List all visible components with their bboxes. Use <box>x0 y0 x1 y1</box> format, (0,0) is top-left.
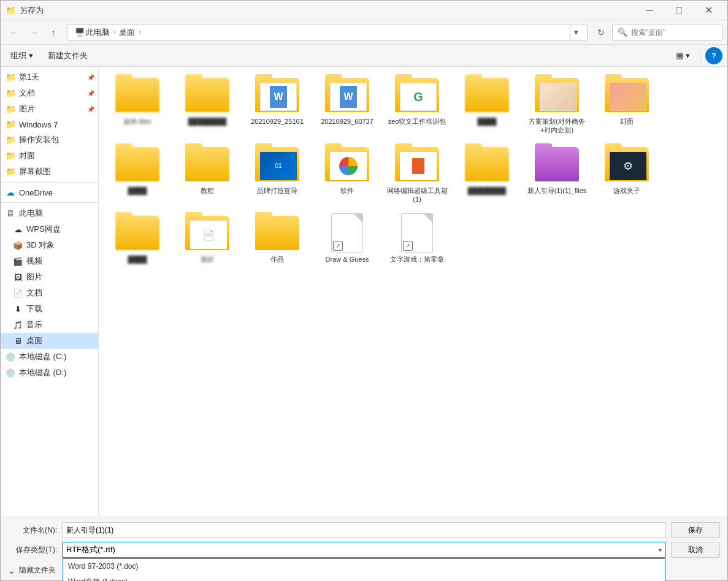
sidebar-item-documents[interactable]: 📄 文档 <box>1 285 98 301</box>
sidebar-item-cdrive[interactable]: 💿 本地磁盘 (C:) <box>1 349 98 365</box>
folder-icon: 📁 <box>6 120 15 129</box>
list-item[interactable]: W 20210929_60737 <box>313 72 381 139</box>
list-item[interactable]: ████ <box>104 141 171 208</box>
bottom-bar: 文件名(N): 保存 保存类型(T): RTF格式(*.rtf) ▾ Word … <box>1 517 727 580</box>
organize-button[interactable]: 组织 ▾ <box>6 48 38 64</box>
search-box[interactable]: 🔍 <box>612 24 722 41</box>
list-item[interactable]: 01 品牌打造宣导 <box>243 141 311 208</box>
list-item[interactable]: W 20210929_25161 <box>243 72 311 139</box>
sidebar-item-docs[interactable]: 📁 文档 📌 <box>1 85 98 101</box>
file-label: 软件 <box>340 186 354 195</box>
main-content: 📁 第1天 📌 📁 文档 📌 📁 图片 📌 📁 Windows 7 📁 操作安装 <box>1 67 727 517</box>
sidebar-item-thispc[interactable]: 🖥 此电脑 <box>1 205 98 221</box>
sidebar-item-day1[interactable]: 📁 第1天 📌 <box>1 69 98 85</box>
chevron-down-icon[interactable]: ⌄ <box>8 566 15 575</box>
sidebar-item-screenshots[interactable]: 📁 屏幕截图 <box>1 164 98 180</box>
title-bar: 📁 另存为 ─ □ ✕ <box>1 1 727 20</box>
file-label: ████ <box>477 117 496 126</box>
forward-button[interactable]: → <box>25 24 42 41</box>
list-item[interactable]: 新人引导(1)(1)_files <box>523 141 591 208</box>
maximize-button[interactable]: □ <box>665 1 693 20</box>
file-label: 网络编辑超级工具箱(1) <box>386 186 448 204</box>
sidebar-item-onedrive[interactable]: ☁ OneDrive <box>1 185 98 200</box>
minimize-button[interactable]: ─ <box>635 1 664 20</box>
sidebar-item-images[interactable]: 📁 图片 📌 <box>1 101 98 117</box>
filetype-dropdown[interactable]: RTF格式(*.rtf) ▾ Word 97-2003 (*.doc) Word… <box>62 542 666 558</box>
view-button[interactable]: ▦ ▾ <box>671 48 695 63</box>
dropdown-item[interactable]: Word文档 (*.docx) <box>63 574 665 581</box>
cancel-button[interactable]: 取消 <box>671 542 720 558</box>
file-label: ████████ <box>468 186 506 195</box>
list-item[interactable]: ↗ Draw & Guess <box>313 210 381 267</box>
sidebar-item-3d[interactable]: 📦 3D 对象 <box>1 237 98 253</box>
sidebar-item-ddrive[interactable]: 💿 本地磁盘 (D:) <box>1 365 98 381</box>
sidebar-label: 操作安装包 <box>19 134 59 145</box>
sidebar-item-cover[interactable]: 📁 封面 <box>1 148 98 164</box>
title-bar-controls: ─ □ ✕ <box>635 1 722 20</box>
sidebar-item-downloads[interactable]: ⬇ 下载 <box>1 301 98 317</box>
address-dropdown-button[interactable]: ▾ <box>570 25 582 40</box>
list-item[interactable]: 软件 <box>313 141 381 208</box>
pin-icon[interactable]: 📌 <box>87 106 94 113</box>
file-thumb <box>465 75 509 115</box>
sidebar-item-win7[interactable]: 📁 Windows 7 <box>1 117 98 132</box>
up-button[interactable]: ↑ <box>45 24 62 41</box>
sidebar-item-music[interactable]: 🎵 音乐 <box>1 317 98 333</box>
file-label: seo软文工作培训包 <box>388 117 446 126</box>
list-item[interactable]: ↗ 文字游戏：第零章 <box>383 210 451 267</box>
dropdown-item[interactable]: Word 97-2003 (*.doc) <box>63 559 665 574</box>
save-button[interactable]: 保存 <box>671 522 720 538</box>
file-thumb <box>255 213 299 253</box>
sidebar-item-desktop[interactable]: 🖥 桌面 <box>1 333 98 349</box>
list-item[interactable]: 📄 喜好 <box>174 210 241 267</box>
file-thumb <box>325 145 369 184</box>
drive-icon-2: 💿 <box>6 368 15 378</box>
sidebar-item-wps[interactable]: ☁ WPS网盘 <box>1 221 98 237</box>
sidebar-label: 封面 <box>19 150 35 161</box>
pin-icon[interactable]: 📌 <box>87 90 94 97</box>
list-item[interactable]: ████████ <box>174 72 241 139</box>
file-thumb <box>185 145 229 184</box>
drive-icon: 💿 <box>6 352 15 362</box>
list-item[interactable]: ⚙ 游戏夹子 <box>593 141 661 208</box>
address-segment-desktop[interactable]: 桌面 <box>117 26 137 39</box>
list-item[interactable]: 作品 <box>243 210 311 267</box>
sidebar-item-videos[interactable]: 🎬 视频 <box>1 253 98 269</box>
refresh-button[interactable]: ↻ <box>592 24 610 41</box>
search-input[interactable] <box>631 28 723 37</box>
list-item[interactable]: ████ <box>453 72 521 139</box>
back-button[interactable]: ← <box>6 24 23 41</box>
help-button[interactable]: ? <box>705 47 722 64</box>
list-item[interactable]: 网络编辑超级工具箱(1) <box>383 141 451 208</box>
list-item[interactable]: 方案策划(对外商务+对内企划) <box>523 72 591 139</box>
dialog-title: 另存为 <box>20 5 44 16</box>
sidebar-label: 本地磁盘 (C:) <box>19 351 66 362</box>
sidebar-label: 此电脑 <box>19 208 43 219</box>
close-button[interactable]: ✕ <box>694 1 722 20</box>
file-label: 新人引导(1)(1)_files <box>527 186 587 195</box>
new-folder-button[interactable]: 新建文件夹 <box>43 48 93 64</box>
file-label: 游戏夹子 <box>613 186 640 195</box>
file-label: ████ <box>128 255 147 264</box>
list-item[interactable]: 教程 <box>174 141 241 208</box>
list-item[interactable]: G seo软文工作培训包 <box>383 72 451 139</box>
list-item[interactable]: ████ <box>104 210 171 267</box>
folder-icon: 📁 <box>6 72 15 82</box>
address-segment-pc[interactable]: 🖥️ 此电脑 <box>72 26 112 39</box>
address-toolbar: ← → ↑ 🖥️ 此电脑 › 桌面 › ▾ ↻ 🔍 <box>1 20 727 45</box>
list-item[interactable]: 封面 <box>593 72 661 139</box>
sidebar-item-pictures[interactable]: 🖼 图片 <box>1 269 98 285</box>
folder-icon: 📁 <box>6 104 15 114</box>
file-thumb <box>465 145 509 184</box>
sidebar-item-installs[interactable]: 📁 操作安装包 <box>1 132 98 148</box>
onedrive-icon: ☁ <box>6 188 15 197</box>
list-item[interactable]: 副本.files <box>104 72 171 139</box>
filename-input[interactable] <box>62 522 666 538</box>
pin-icon[interactable]: 📌 <box>87 74 94 81</box>
videos-icon: 🎬 <box>13 256 23 266</box>
list-item[interactable]: ████████ <box>453 141 521 208</box>
filetype-selected: RTF格式(*.rtf) <box>66 544 115 555</box>
address-bar[interactable]: 🖥️ 此电脑 › 桌面 › ▾ <box>67 24 588 41</box>
sidebar-label: 视频 <box>26 256 42 267</box>
address-path: 🖥️ 此电脑 › 桌面 › <box>72 26 566 39</box>
